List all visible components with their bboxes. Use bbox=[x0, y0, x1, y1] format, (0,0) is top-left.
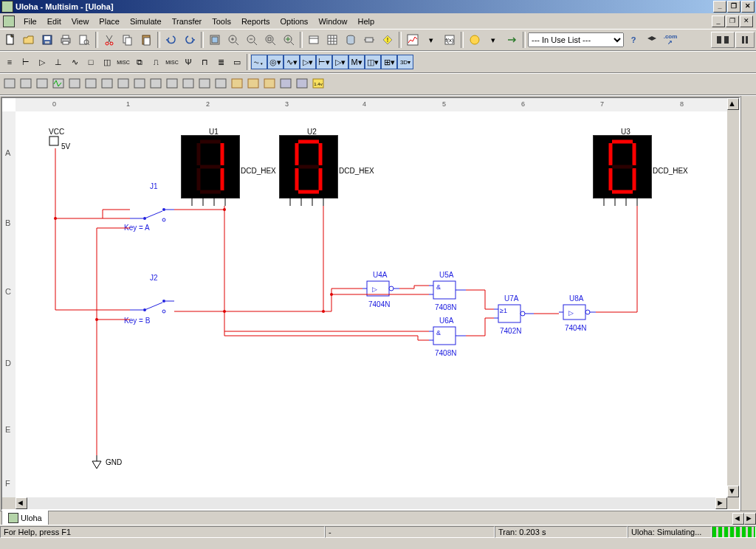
inst-la-icon[interactable] bbox=[131, 77, 148, 92]
virt-3d-icon[interactable]: 3D▾ bbox=[397, 55, 413, 69]
mdi-minimize-button[interactable]: _ bbox=[712, 15, 725, 27]
cut-button[interactable] bbox=[100, 31, 118, 49]
display-u1[interactable] bbox=[181, 135, 240, 198]
menu-simulate[interactable]: Simulate bbox=[126, 15, 166, 27]
inst-4scope-icon[interactable] bbox=[66, 77, 83, 92]
zoom-fit-button[interactable] bbox=[280, 31, 298, 49]
check-button[interactable]: ! bbox=[379, 31, 396, 49]
src-ground-icon[interactable]: ≡ bbox=[1, 55, 18, 69]
inst-tk1-icon[interactable] bbox=[278, 77, 294, 92]
horizontal-scrollbar[interactable]: ◄ ► bbox=[2, 497, 739, 509]
gate-u5a[interactable]: U5A & 7408N bbox=[429, 271, 466, 303]
src-misc-icon[interactable]: MISC bbox=[115, 55, 131, 69]
fullscreen-button[interactable] bbox=[206, 31, 224, 49]
src-em-icon[interactable]: ⊓ bbox=[196, 55, 213, 69]
src-transistor-icon[interactable]: ⊥ bbox=[50, 55, 66, 69]
inst-ag2-icon[interactable] bbox=[245, 77, 261, 92]
virt-analog-icon[interactable]: ▷▾ bbox=[332, 55, 348, 69]
in-use-list[interactable]: --- In Use List --- bbox=[528, 32, 624, 47]
src-bus-icon[interactable]: ≣ bbox=[213, 55, 229, 69]
virt-signal-icon[interactable]: ◎▾ bbox=[267, 55, 284, 69]
src-hier-icon[interactable]: ▭ bbox=[229, 55, 245, 69]
scroll-left-button[interactable]: ◄ bbox=[16, 497, 27, 509]
virt-misc-icon[interactable]: ◫▾ bbox=[365, 55, 381, 69]
menu-help[interactable]: Help bbox=[354, 15, 379, 27]
menu-tools[interactable]: Tools bbox=[207, 15, 236, 27]
inst-freq-icon[interactable] bbox=[99, 77, 115, 92]
copy-button[interactable] bbox=[119, 31, 137, 49]
src-diode-icon[interactable]: ▷ bbox=[34, 55, 50, 69]
virt-basic-icon[interactable]: ∿▾ bbox=[284, 55, 300, 69]
save-button[interactable] bbox=[38, 31, 56, 49]
zoom-out-button[interactable] bbox=[243, 31, 261, 49]
zoom-in-button[interactable] bbox=[224, 31, 242, 49]
virt-trans-icon[interactable]: ⊢▾ bbox=[316, 55, 332, 69]
inst-sa-icon[interactable] bbox=[196, 77, 213, 92]
gate-u4a[interactable]: U4A ▷ 7404N bbox=[362, 271, 399, 300]
inst-mm-icon[interactable] bbox=[1, 77, 18, 92]
tab-scroll-left[interactable]: ◄ bbox=[732, 513, 744, 525]
edu-button[interactable] bbox=[643, 31, 661, 49]
help-button[interactable]: ? bbox=[625, 31, 642, 49]
display-u2[interactable] bbox=[279, 135, 338, 198]
postprocessor-button[interactable]: f(x) bbox=[441, 31, 458, 49]
gate-u7a[interactable]: U7A ≥1 7402N bbox=[494, 294, 534, 327]
database-button[interactable] bbox=[342, 31, 360, 49]
component-button[interactable] bbox=[360, 31, 378, 49]
virt-power-icon[interactable]: ⏦▾ bbox=[251, 55, 267, 69]
src-ttl-icon[interactable]: □ bbox=[83, 55, 99, 69]
wizard-button[interactable] bbox=[466, 31, 484, 49]
menu-options[interactable]: Options bbox=[275, 15, 312, 27]
virt-diode-icon[interactable]: ▷▾ bbox=[300, 55, 316, 69]
paste-button[interactable] bbox=[137, 31, 155, 49]
src-analog-icon[interactable]: ∿ bbox=[66, 55, 83, 69]
maximize-button[interactable]: ❐ bbox=[727, 1, 740, 13]
inst-lc-icon[interactable] bbox=[148, 77, 164, 92]
analyses-button[interactable]: ▾ bbox=[422, 31, 440, 49]
src-mixed-icon[interactable]: ⧉ bbox=[131, 55, 148, 69]
scroll-right-button[interactable]: ► bbox=[715, 497, 727, 509]
minimize-button[interactable]: _ bbox=[713, 1, 726, 13]
vcc-symbol[interactable] bbox=[48, 135, 63, 150]
menu-edit[interactable]: Edit bbox=[43, 15, 66, 27]
grapher-button[interactable] bbox=[404, 31, 422, 49]
display-u3[interactable] bbox=[593, 135, 652, 198]
src-rf-icon[interactable]: Ψ bbox=[180, 55, 196, 69]
xfer-button[interactable] bbox=[503, 31, 520, 49]
spreadsheet-button[interactable] bbox=[323, 31, 341, 49]
pause-button[interactable] bbox=[735, 32, 755, 48]
web-button[interactable]: .com↗ bbox=[662, 31, 679, 49]
print-preview-button[interactable] bbox=[75, 31, 93, 49]
inst-probe-icon[interactable]: 1.4v bbox=[310, 77, 326, 92]
scroll-up-button[interactable]: ▲ bbox=[727, 98, 739, 110]
print-button[interactable] bbox=[57, 31, 75, 49]
inst-fg-icon[interactable] bbox=[18, 77, 34, 92]
undo-button[interactable] bbox=[162, 31, 180, 49]
wizard2-button[interactable]: ▾ bbox=[484, 31, 502, 49]
inst-wm-icon[interactable] bbox=[34, 77, 50, 92]
open-button[interactable] bbox=[20, 31, 38, 49]
virt-measure-icon[interactable]: M▾ bbox=[348, 55, 365, 69]
src-ind-icon[interactable]: ⎍ bbox=[148, 55, 164, 69]
inst-iv-icon[interactable] bbox=[164, 77, 180, 92]
redo-button[interactable] bbox=[181, 31, 199, 49]
schematic-canvas[interactable]: VCC 5V U1 DCD_HEX U2 bbox=[16, 111, 727, 497]
menu-transfer[interactable]: Transfer bbox=[168, 15, 207, 27]
menu-file[interactable]: File bbox=[19, 15, 41, 27]
close-button[interactable]: ✕ bbox=[741, 1, 755, 13]
menu-window[interactable]: Window bbox=[314, 15, 351, 27]
new-button[interactable] bbox=[1, 31, 19, 49]
inst-scope-icon[interactable] bbox=[50, 77, 66, 92]
inst-bode-icon[interactable] bbox=[83, 77, 99, 92]
inst-dist-icon[interactable] bbox=[180, 77, 196, 92]
gate-u6a[interactable]: U6A & 7408N bbox=[429, 317, 466, 349]
switch-j1[interactable] bbox=[130, 204, 174, 224]
mdi-maximize-button[interactable]: ❐ bbox=[726, 15, 739, 27]
tab-scroll-right[interactable]: ► bbox=[744, 513, 756, 525]
gate-u8a[interactable]: U8A ▷ 7404N bbox=[559, 294, 596, 324]
inst-ag3-icon[interactable] bbox=[261, 77, 278, 92]
inst-na-icon[interactable] bbox=[213, 77, 229, 92]
vertical-scrollbar[interactable]: ▲ ▼ bbox=[727, 98, 739, 497]
menu-reports[interactable]: Reports bbox=[237, 15, 275, 27]
inst-ag1-icon[interactable] bbox=[229, 77, 245, 92]
